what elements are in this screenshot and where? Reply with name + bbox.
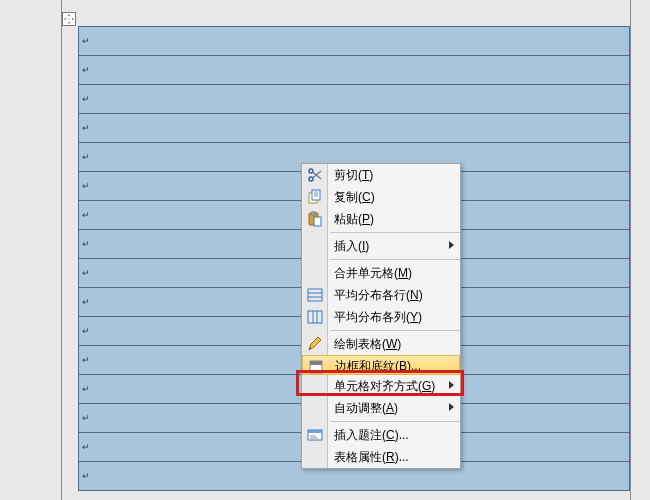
chevron-right-icon	[449, 241, 454, 249]
chevron-right-icon	[449, 403, 454, 411]
paragraph-mark-icon: ↵	[82, 442, 90, 452]
caption-icon	[306, 426, 324, 444]
menu-label: 平均分布各行(N)	[334, 288, 423, 302]
paragraph-mark-icon: ↵	[82, 210, 90, 220]
menu-item-copy[interactable]: 复制(C)	[302, 186, 460, 208]
paragraph-mark-icon: ↵	[82, 94, 90, 104]
table-row[interactable]: ↵	[79, 27, 629, 56]
menu-separator	[330, 421, 460, 422]
menu-item-table-properties[interactable]: 表格属性(R)...	[302, 446, 460, 468]
paragraph-mark-icon: ↵	[82, 355, 90, 365]
distribute-cols-icon	[306, 308, 324, 326]
paragraph-mark-icon: ↵	[82, 268, 90, 278]
context-menu: 剪切(T) 复制(C) 粘贴(P) 插入(I) 合并单元格(M) 平均分布各行(…	[301, 163, 461, 469]
paragraph-mark-icon: ↵	[82, 384, 90, 394]
menu-item-cut[interactable]: 剪切(T)	[302, 164, 460, 186]
menu-item-borders-shading[interactable]: 边框和底纹(B)...	[302, 355, 460, 375]
menu-item-draw-table[interactable]: 绘制表格(W)	[302, 333, 460, 355]
paragraph-mark-icon: ↵	[82, 65, 90, 75]
menu-separator	[330, 259, 460, 260]
paragraph-mark-icon: ↵	[82, 152, 90, 162]
menu-label: 边框和底纹(B)...	[335, 359, 421, 373]
menu-item-cell-alignment[interactable]: 单元格对齐方式(G)	[302, 375, 460, 397]
paragraph-mark-icon: ↵	[82, 413, 90, 423]
table-move-handle[interactable]	[62, 12, 76, 26]
menu-item-distribute-rows[interactable]: 平均分布各行(N)	[302, 284, 460, 306]
ruler-margin-right	[630, 0, 631, 500]
ruler-margin-left	[61, 0, 62, 500]
menu-label: 粘贴(P)	[334, 212, 374, 226]
paragraph-mark-icon: ↵	[82, 326, 90, 336]
paragraph-mark-icon: ↵	[82, 181, 90, 191]
pencil-icon	[306, 335, 324, 353]
scissors-icon	[306, 166, 324, 184]
table-row[interactable]: ↵	[79, 85, 629, 114]
menu-label: 绘制表格(W)	[334, 337, 401, 351]
menu-label: 插入题注(C)...	[334, 428, 409, 442]
menu-label: 自动调整(A)	[334, 401, 398, 415]
paragraph-mark-icon: ↵	[82, 36, 90, 46]
menu-label: 表格属性(R)...	[334, 450, 409, 464]
paragraph-mark-icon: ↵	[82, 297, 90, 307]
menu-label: 插入(I)	[334, 239, 369, 253]
svg-rect-6	[314, 217, 321, 226]
menu-item-insert[interactable]: 插入(I)	[302, 235, 460, 257]
menu-label: 合并单元格(M)	[334, 266, 412, 280]
svg-rect-5	[311, 212, 316, 215]
menu-label: 剪切(T)	[334, 168, 373, 182]
table-row[interactable]: ↵	[79, 114, 629, 143]
svg-rect-12	[308, 430, 322, 433]
paragraph-mark-icon: ↵	[82, 123, 90, 133]
menu-label: 单元格对齐方式(G)	[334, 379, 435, 393]
svg-rect-10	[310, 361, 322, 365]
menu-label: 复制(C)	[334, 190, 375, 204]
menu-separator	[330, 330, 460, 331]
menu-item-insert-caption[interactable]: 插入题注(C)...	[302, 424, 460, 446]
menu-item-paste[interactable]: 粘贴(P)	[302, 208, 460, 230]
copy-icon	[306, 188, 324, 206]
table-row[interactable]: ↵	[79, 56, 629, 85]
chevron-right-icon	[449, 381, 454, 389]
paragraph-mark-icon: ↵	[82, 239, 90, 249]
svg-rect-3	[312, 190, 320, 200]
menu-separator	[330, 232, 460, 233]
svg-rect-8	[308, 311, 322, 323]
distribute-rows-icon	[306, 286, 324, 304]
svg-rect-7	[308, 289, 322, 301]
menu-item-autofit[interactable]: 自动调整(A)	[302, 397, 460, 419]
menu-item-merge-cells[interactable]: 合并单元格(M)	[302, 262, 460, 284]
menu-item-distribute-cols[interactable]: 平均分布各列(Y)	[302, 306, 460, 328]
menu-label: 平均分布各列(Y)	[334, 310, 422, 324]
paragraph-mark-icon: ↵	[82, 471, 90, 481]
paste-icon	[306, 210, 324, 228]
borders-icon	[307, 358, 325, 376]
